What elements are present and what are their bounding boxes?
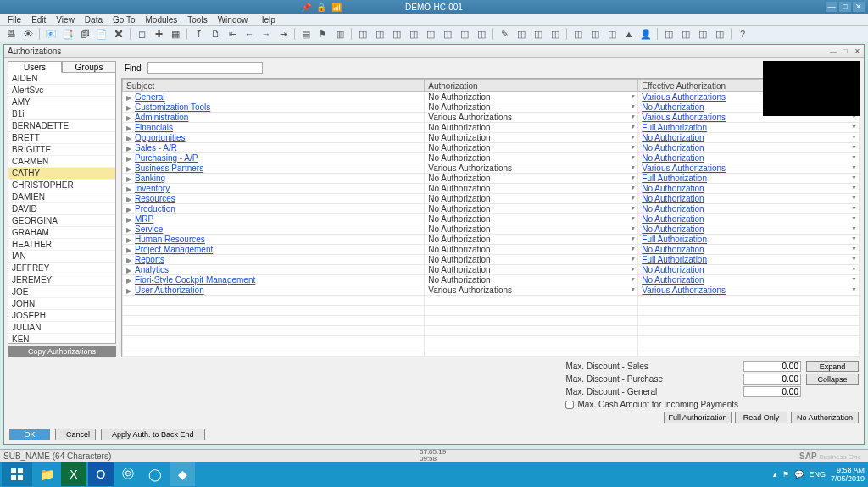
subject-link[interactable]: Fiori-Style Cockpit Management — [135, 275, 255, 285]
toolbar-icon[interactable]: ◫ — [570, 26, 586, 42]
table-row[interactable]: ▶AnalyticsNo Authorization▼No Authorizat… — [123, 265, 860, 275]
dropdown-icon[interactable]: ▼ — [630, 276, 636, 282]
user-item[interactable]: AMY — [8, 97, 115, 108]
subject-link[interactable]: Sales - A/R — [135, 143, 177, 152]
user-item[interactable]: JOHN — [8, 298, 115, 310]
menu-file[interactable]: File — [3, 15, 25, 25]
close-icon[interactable]: ✕ — [853, 2, 865, 12]
effective-link[interactable]: Various Authorizations — [642, 163, 726, 173]
user-item[interactable]: BRIGITTE — [8, 144, 115, 156]
user-item[interactable]: JEFFREY — [8, 263, 115, 274]
max-cash-checkbox[interactable] — [565, 401, 574, 409]
user-item[interactable]: DAVID — [8, 203, 115, 215]
menu-edit[interactable]: Edit — [27, 15, 50, 25]
max-discount-general-input[interactable] — [743, 386, 801, 397]
toolbar-icon[interactable]: ⇤ — [225, 26, 240, 42]
start-button[interactable] — [2, 462, 32, 486]
table-row[interactable]: ▶FinancialsNo Authorization▼Full Authori… — [123, 123, 860, 133]
toolbar-icon[interactable]: ◫ — [712, 26, 727, 42]
tab-groups[interactable]: Groups — [62, 61, 116, 73]
dropdown-icon[interactable]: ▼ — [851, 154, 857, 160]
user-item[interactable]: IAN — [8, 251, 115, 263]
user-item[interactable]: CATHY — [8, 168, 115, 180]
table-row[interactable]: ▶Human ResourcesNo Authorization▼Full Au… — [123, 235, 860, 245]
toolbar-icon[interactable]: 🗙 — [111, 26, 126, 42]
table-row[interactable]: ▶Purchasing - A/PNo Authorization▼No Aut… — [123, 153, 860, 163]
toolbar-icon[interactable]: ◫ — [372, 26, 387, 42]
expand-icon[interactable]: ▶ — [126, 135, 132, 142]
table-row[interactable]: ▶ProductionNo Authorization▼No Authoriza… — [123, 204, 860, 214]
effective-link[interactable]: No Authorization — [642, 102, 704, 112]
menu-goto[interactable]: Go To — [108, 15, 140, 25]
taskbar-excel-icon[interactable]: X — [61, 462, 86, 486]
subject-link[interactable]: Human Resources — [135, 235, 205, 244]
taskbar-ie-icon[interactable]: ⓔ — [115, 462, 141, 486]
subject-link[interactable]: User Authorization — [135, 285, 204, 295]
expand-icon[interactable]: ▶ — [126, 185, 132, 193]
table-row[interactable]: ▶OpportunitiesNo Authorization▼No Author… — [123, 133, 860, 143]
toolbar-icon[interactable]: ◫ — [514, 26, 529, 42]
dropdown-icon[interactable]: ▼ — [630, 124, 636, 130]
user-item[interactable]: JULIAN — [8, 322, 115, 334]
dropdown-icon[interactable]: ▼ — [630, 103, 636, 109]
tray-flag-icon[interactable]: ⚑ — [782, 470, 789, 479]
user-item[interactable]: JOSEPH — [8, 310, 115, 322]
menu-view[interactable]: View — [52, 15, 79, 25]
subject-link[interactable]: Banking — [135, 174, 165, 183]
toolbar-icon[interactable]: 🖶 — [3, 26, 19, 42]
effective-link[interactable]: No Authorization — [642, 143, 704, 152]
toolbar-icon[interactable]: ⇥ — [275, 26, 291, 42]
toolbar-icon[interactable]: ◻ — [134, 26, 149, 42]
max-discount-sales-input[interactable] — [743, 361, 801, 372]
expand-icon[interactable]: ▶ — [126, 114, 132, 122]
full-authorization-button[interactable]: Full Authorization — [664, 412, 732, 423]
ok-button[interactable]: OK — [9, 429, 50, 440]
toolbar-icon[interactable]: ◫ — [695, 26, 710, 42]
menu-tools[interactable]: Tools — [183, 15, 211, 25]
expand-icon[interactable]: ▶ — [126, 267, 132, 274]
toolbar-icon[interactable]: 📄 — [94, 26, 109, 42]
toolbar-icon[interactable]: 👁 — [20, 26, 36, 42]
user-item[interactable]: KEN — [8, 334, 115, 344]
toolbar-icon[interactable]: ▥ — [332, 26, 348, 42]
table-row[interactable]: ▶BankingNo Authorization▼Full Authorizat… — [123, 174, 860, 184]
effective-link[interactable]: No Authorization — [642, 153, 704, 163]
toolbar-icon[interactable]: ◫ — [440, 26, 455, 42]
effective-link[interactable]: Full Authorization — [642, 255, 707, 264]
dropdown-icon[interactable]: ▼ — [851, 235, 857, 241]
user-list[interactable]: AIDENAlertSvcAMYB1iBERNADETTEBRETTBRIGIT… — [8, 73, 116, 344]
table-row[interactable]: ▶Sales - A/RNo Authorization▼No Authoriz… — [123, 143, 860, 153]
subject-link[interactable]: Reports — [135, 255, 164, 264]
lock-icon[interactable]: 🔒 — [316, 3, 326, 12]
toolbar-icon[interactable]: ▤ — [298, 26, 314, 42]
toolbar-icon[interactable]: ⚑ — [315, 26, 331, 42]
dropdown-icon[interactable]: ▼ — [630, 113, 636, 119]
authorizations-grid[interactable]: Subject Authorization Effective Authoriz… — [121, 78, 860, 357]
toolbar-icon[interactable]: ⤒ — [191, 26, 206, 42]
dropdown-icon[interactable]: ▼ — [851, 195, 857, 201]
dropdown-icon[interactable]: ▼ — [630, 93, 636, 99]
dropdown-icon[interactable]: ▼ — [851, 185, 857, 191]
dropdown-icon[interactable]: ▼ — [851, 124, 857, 130]
user-item[interactable]: CARMEN — [8, 156, 115, 168]
expand-button[interactable]: Expand — [806, 361, 859, 372]
expand-icon[interactable]: ▶ — [126, 145, 132, 152]
effective-link[interactable]: No Authorization — [642, 194, 704, 203]
expand-icon[interactable]: ▶ — [126, 206, 132, 213]
dropdown-icon[interactable]: ▼ — [851, 225, 857, 231]
restore-icon[interactable]: □ — [839, 2, 851, 12]
user-item[interactable]: B1i — [8, 108, 115, 120]
subject-link[interactable]: MRP — [135, 214, 153, 224]
menu-data[interactable]: Data — [81, 15, 107, 25]
taskbar-outlook-icon[interactable]: O — [88, 462, 114, 486]
effective-link[interactable]: No Authorization — [642, 214, 704, 224]
table-row[interactable]: ▶Customization ToolsNo Authorization▼No … — [123, 102, 860, 113]
table-row[interactable]: ▶Project ManagementNo Authorization▼No A… — [123, 245, 860, 255]
subject-link[interactable]: Service — [135, 224, 163, 234]
dropdown-icon[interactable]: ▼ — [851, 246, 857, 252]
user-item[interactable]: DAMIEN — [8, 191, 115, 203]
table-row[interactable]: ▶User AuthorizationVarious Authorization… — [123, 285, 860, 296]
user-item[interactable]: BERNADETTE — [8, 120, 115, 132]
expand-icon[interactable]: ▶ — [126, 196, 132, 203]
pin-icon[interactable]: 📌 — [301, 3, 311, 12]
